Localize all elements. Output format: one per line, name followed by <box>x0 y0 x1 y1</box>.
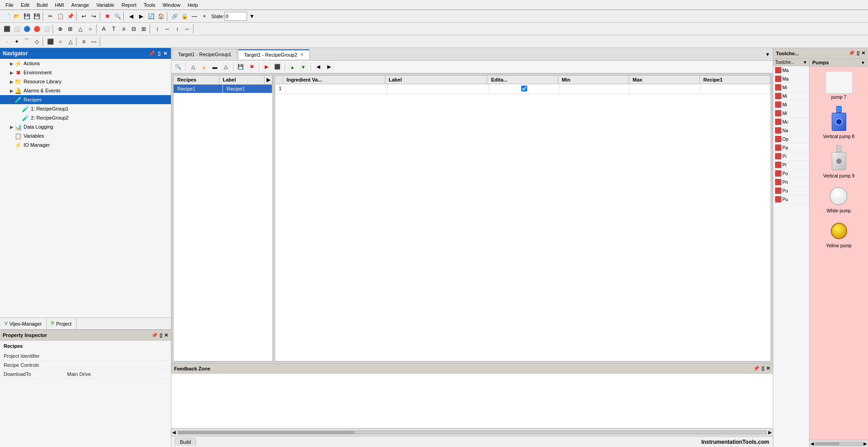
right-cell-label[interactable] <box>388 84 489 94</box>
sidebar-item-variables[interactable]: 📋 Variables <box>0 131 171 140</box>
recipe-row-1[interactable]: Recipe1 Recipe1 <box>174 85 272 93</box>
menu-variable[interactable]: Variable <box>92 1 118 9</box>
menu-help[interactable]: Help <box>184 1 202 9</box>
tb-open[interactable]: 📂 <box>12 11 22 21</box>
fz-pin-icon[interactable]: 📌 <box>753 365 760 371</box>
tc-item-pl[interactable]: Pl <box>773 161 809 169</box>
tb2-3[interactable]: 🔵 <box>22 24 32 34</box>
pumps-expand-icon[interactable]: ▼ <box>861 60 865 65</box>
tab-recipegroup1[interactable]: Target1 - RecipeGroup1 <box>172 49 237 59</box>
ed-save[interactable]: 💾 <box>236 62 246 72</box>
tb2-7[interactable]: ⊞ <box>65 24 75 34</box>
ed-add-triangle-outline[interactable]: △ <box>188 62 198 72</box>
ed-stop[interactable]: ⬛ <box>272 62 282 72</box>
tb-lock[interactable]: 🔒 <box>179 11 189 21</box>
yellow-pump-item[interactable]: Yellow pump <box>824 218 853 250</box>
tb2-18[interactable]: ↔ <box>182 24 192 34</box>
tc-item-pu1[interactable]: Pu <box>773 187 809 195</box>
tb3-1[interactable]: · <box>2 37 12 47</box>
tb2-4[interactable]: 🔴 <box>32 24 42 34</box>
menu-tools[interactable]: Tools <box>140 1 159 9</box>
ed-add-triangle-fill[interactable]: ▲ <box>199 62 209 72</box>
tc-item-pa[interactable]: Pa <box>773 144 809 152</box>
right-cell-ingredient[interactable] <box>286 84 387 94</box>
alarms-expand-icon[interactable]: ▶ <box>9 88 15 93</box>
tc-close-icon[interactable]: ✕ <box>861 50 865 56</box>
tb2-15[interactable]: ↕ <box>152 24 162 34</box>
nav-close[interactable]: ✕ <box>162 51 168 57</box>
sidebar-item-alarms[interactable]: ▶ 🔔 Alarms & Events <box>0 86 171 95</box>
ed-run[interactable]: ▶ <box>262 62 272 72</box>
tb-delete[interactable]: ✖ <box>102 11 112 21</box>
tb-nav-back[interactable]: ◀ <box>126 11 136 21</box>
tb3-9[interactable]: — <box>89 37 99 47</box>
recipe-cell-name[interactable]: Recipe1 <box>174 85 223 93</box>
tb3-5[interactable]: ⬛ <box>45 37 55 47</box>
tab-vijeo-manager[interactable]: V Vijeo-Manager <box>0 318 47 329</box>
tb2-14[interactable]: ⊞ <box>139 24 149 34</box>
sidebar-item-recipegroup1[interactable]: 🧪 1: RecipeGroup1 <box>0 104 171 113</box>
sidebar-item-iomanager[interactable]: ⚡ IO Manager <box>0 140 171 149</box>
tc-scroll-bottom[interactable]: ◀ ▶ <box>810 440 868 447</box>
sidebar-item-resource-library[interactable]: ▶ 📁 Resource Library <box>0 77 171 86</box>
white-pump-item[interactable]: White pump <box>825 183 853 215</box>
tc-float-icon[interactable]: ▯ <box>857 50 859 56</box>
tb3-2[interactable]: ✦ <box>12 37 22 47</box>
tab-recipegroup2[interactable]: Target1 - RecipeGroup2 ✕ <box>238 49 309 59</box>
prop-close-icon[interactable]: ✕ <box>164 332 168 338</box>
tb-connect[interactable]: 🔗 <box>170 11 179 21</box>
tc-list-expand[interactable]: ▼ <box>803 60 807 65</box>
tc-item-pi[interactable]: Pi <box>773 152 809 161</box>
tb-save2[interactable]: 💾 <box>32 11 42 21</box>
tb-nav-fwd[interactable]: ▶ <box>136 11 146 21</box>
ed-down[interactable]: ▼ <box>298 62 308 72</box>
menu-build[interactable]: Build <box>33 1 51 9</box>
sidebar-item-actions[interactable]: ▶ ⚡ Actions <box>0 59 171 68</box>
tb2-13[interactable]: ⊟ <box>129 24 139 34</box>
menu-arrange[interactable]: Arrange <box>68 1 92 9</box>
tb2-17[interactable]: ↕ <box>172 24 182 34</box>
tc-pin-icon[interactable]: 📌 <box>849 50 855 56</box>
nav-float[interactable]: ▯ <box>157 51 161 57</box>
prop-pin-icon[interactable]: 📌 <box>151 332 158 338</box>
tb2-1[interactable]: ⬛ <box>2 24 12 34</box>
tb3-4[interactable]: ◇ <box>32 37 42 47</box>
ed-search[interactable]: 🔍 <box>173 62 183 72</box>
tb-state-drop[interactable]: ▼ <box>247 11 257 21</box>
tb-find[interactable]: 🔍 <box>112 11 122 21</box>
env-expand-icon[interactable]: ▶ <box>9 70 15 75</box>
tb2-6[interactable]: ⊕ <box>55 24 65 34</box>
right-cell-editable[interactable] <box>489 84 559 94</box>
col-expand-btn[interactable]: ▶ <box>265 76 272 84</box>
ed-up[interactable]: ▲ <box>287 62 297 72</box>
tc-item-ma1[interactable]: Ma <box>773 66 809 75</box>
tb2-5[interactable]: ⬜ <box>42 24 52 34</box>
tc-item-pn[interactable]: Pn <box>773 178 809 187</box>
feedback-scrollbar[interactable]: ◀ ▶ <box>171 428 773 436</box>
actions-expand-icon[interactable]: ▶ <box>9 61 15 66</box>
state-input[interactable] <box>224 12 247 21</box>
ed-add-rect[interactable]: ▬ <box>210 62 220 72</box>
tc-item-pu2[interactable]: Pu <box>773 195 809 204</box>
right-cell-recipe1[interactable] <box>700 84 771 94</box>
tab-close-icon[interactable]: ✕ <box>300 52 304 57</box>
tb2-16[interactable]: ↔ <box>162 24 172 34</box>
recipe-cell-label[interactable]: Recipe1 <box>223 85 272 93</box>
fz-close-icon[interactable]: ✕ <box>766 365 770 371</box>
build-tab[interactable]: Build <box>175 438 196 446</box>
tb-new[interactable]: 📄 <box>2 11 12 21</box>
tc-item-mi3[interactable]: Mi <box>773 101 809 109</box>
tb2-10[interactable]: A <box>99 24 109 34</box>
pump-8-item[interactable]: Vertical pump 8 <box>821 104 856 141</box>
tc-scroll-left[interactable]: ◀ <box>810 441 814 446</box>
tb-redo[interactable]: ↪ <box>89 11 99 21</box>
sidebar-item-environment[interactable]: ▶ ✖ Environment <box>0 68 171 77</box>
prop-float-icon[interactable]: ▯ <box>160 332 162 338</box>
ed-arrow-left[interactable]: ◀ <box>313 62 323 72</box>
sidebar-item-recipegroup2[interactable]: 🧪 2: RecipeGroup2 <box>0 113 171 122</box>
tb-minus[interactable]: — <box>189 11 199 21</box>
fz-float-icon[interactable]: ▯ <box>761 365 764 371</box>
tc-item-mi2[interactable]: Mi <box>773 92 809 101</box>
tb3-3[interactable]: ⌒ <box>22 37 32 47</box>
menu-hmi[interactable]: HMI <box>51 1 68 9</box>
